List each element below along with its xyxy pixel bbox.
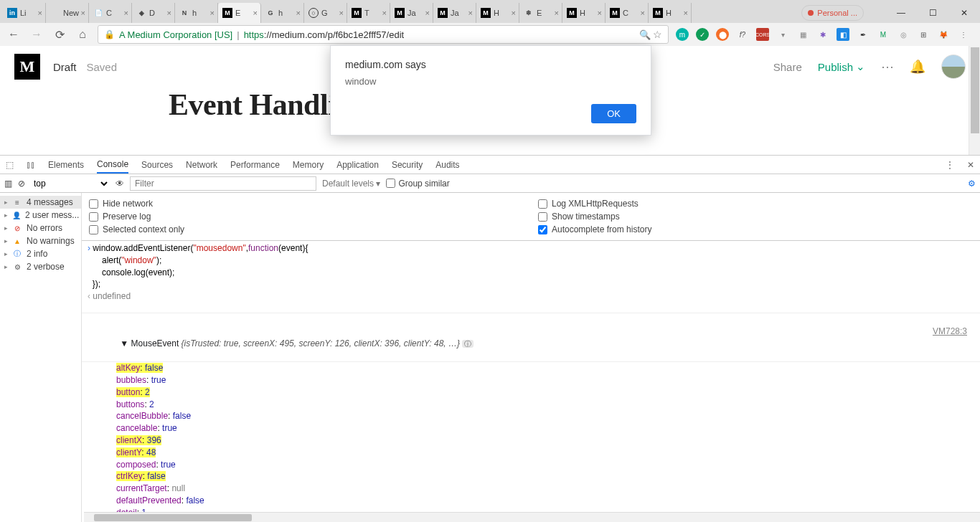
console-setting[interactable]: Log XMLHttpRequests xyxy=(538,197,973,210)
devtools-tab-sources[interactable]: Sources xyxy=(141,157,173,173)
object-property[interactable]: clientY: 48 xyxy=(116,447,980,459)
window-maximize[interactable]: ☐ xyxy=(917,3,948,23)
tab-close-icon[interactable]: × xyxy=(684,9,688,17)
browser-tab[interactable]: MJa× xyxy=(390,3,433,23)
ext-icon[interactable]: ◎ xyxy=(897,28,910,41)
browser-tab[interactable]: inLi× xyxy=(3,3,46,23)
tab-close-icon[interactable]: × xyxy=(210,9,215,17)
live-expression-icon[interactable]: 👁 xyxy=(116,179,124,189)
object-property[interactable]: buttons: 2 xyxy=(116,399,980,411)
object-property[interactable]: defaultPrevented: false xyxy=(116,495,980,507)
ext-icon[interactable]: M xyxy=(877,28,890,41)
devtools-tab-performance[interactable]: Performance xyxy=(230,157,280,173)
devtools-menu-icon[interactable]: ⋮ xyxy=(946,160,954,170)
browser-tab[interactable]: MH× xyxy=(649,3,692,23)
share-link[interactable]: Share xyxy=(773,61,802,73)
devtools-tab-security[interactable]: Security xyxy=(392,157,423,173)
console-settings-icon[interactable]: ⚙ xyxy=(968,179,976,189)
publish-button[interactable]: Publish⌄ xyxy=(818,60,865,73)
object-property[interactable]: button: 2 xyxy=(116,386,980,399)
devtools-tab-network[interactable]: Network xyxy=(186,157,217,173)
console-output[interactable]: window.addEventListener("mousedown",func… xyxy=(82,241,980,522)
tab-close-icon[interactable]: × xyxy=(81,9,85,17)
page-scrollbar[interactable] xyxy=(969,46,980,155)
log-levels-dropdown[interactable]: Default levels ▾ xyxy=(322,179,380,189)
browser-tab[interactable]: Gh× xyxy=(261,3,304,23)
nav-back[interactable]: ← xyxy=(6,27,22,42)
object-property[interactable]: composed: true xyxy=(116,459,980,471)
nav-forward[interactable]: → xyxy=(29,27,44,42)
more-icon[interactable]: ⋯ xyxy=(881,59,894,75)
window-close[interactable]: ✕ xyxy=(948,3,980,23)
browser-tab[interactable]: Nh× xyxy=(175,3,218,23)
chrome-profile-badge[interactable]: Personal ... xyxy=(801,5,864,21)
devtools-tab-console[interactable]: Console xyxy=(97,156,128,174)
ext-icon[interactable]: m xyxy=(676,28,689,41)
ext-icon[interactable]: ▦ xyxy=(796,28,809,41)
console-setting[interactable]: Show timestamps xyxy=(538,210,973,223)
ext-icon[interactable]: ▾ xyxy=(776,28,789,41)
tab-close-icon[interactable]: × xyxy=(425,9,430,17)
browser-tab[interactable]: 📄C× xyxy=(89,3,132,23)
ext-icon[interactable]: ⬤ xyxy=(716,28,729,41)
browser-tab[interactable]: ○G× xyxy=(304,3,347,23)
tab-close-icon[interactable]: × xyxy=(38,9,42,17)
ext-icon[interactable]: CORS xyxy=(756,28,769,41)
nav-reload[interactable]: ⟳ xyxy=(52,27,67,42)
devtools-close-icon[interactable]: ✕ xyxy=(967,160,974,170)
console-setting[interactable]: Preserve log xyxy=(89,210,524,223)
devtools-tab-memory[interactable]: Memory xyxy=(293,157,324,173)
console-setting[interactable]: Autocomplete from history xyxy=(538,223,973,236)
avatar[interactable] xyxy=(941,54,966,79)
devtools-tab-application[interactable]: Application xyxy=(336,157,379,173)
ext-icon[interactable]: ◧ xyxy=(837,28,849,41)
console-filter-input[interactable] xyxy=(130,176,316,191)
url-input[interactable]: 🔒 A Medium Corporation [US] | https://me… xyxy=(98,25,669,44)
devtools-tab-audits[interactable]: Audits xyxy=(435,157,459,173)
tab-close-icon[interactable]: × xyxy=(167,9,171,17)
browser-tab[interactable]: MJa× xyxy=(433,3,476,23)
bookmark-star-icon[interactable]: ☆ xyxy=(653,29,662,40)
tab-close-icon[interactable]: × xyxy=(253,9,258,17)
object-property[interactable]: ctrlKey: false xyxy=(116,470,980,483)
console-filter-row[interactable]: ▸ⓘ2 info xyxy=(0,247,81,260)
info-badge-icon[interactable]: ⓘ xyxy=(462,340,473,348)
group-similar-checkbox[interactable] xyxy=(386,179,395,188)
context-select[interactable]: top xyxy=(31,178,110,189)
medium-logo[interactable]: M xyxy=(14,54,40,80)
nav-home[interactable]: ⌂ xyxy=(75,27,90,42)
ext-icon[interactable]: ⊞ xyxy=(917,28,930,41)
console-setting[interactable]: Hide network xyxy=(89,197,524,210)
browser-tab[interactable]: MH× xyxy=(562,3,606,23)
browser-tab[interactable]: New× xyxy=(46,3,89,23)
inspect-icon[interactable]: ⬚ xyxy=(6,160,14,170)
object-property[interactable]: clientX: 396 xyxy=(116,435,980,447)
console-filter-row[interactable]: ▸⊘No errors xyxy=(0,222,81,234)
source-link[interactable]: VM728:3 xyxy=(933,326,974,338)
alert-ok-button[interactable]: OK xyxy=(591,104,636,123)
browser-tab[interactable]: MH× xyxy=(476,3,519,23)
zoom-icon[interactable]: 🔍 xyxy=(637,27,653,42)
devtools-tab-elements[interactable]: Elements xyxy=(48,157,84,173)
object-property[interactable]: cancelable: true xyxy=(116,422,980,435)
object-property[interactable]: altKey: false xyxy=(116,362,980,374)
object-property[interactable]: bubbles: true xyxy=(116,374,980,386)
clear-console-icon[interactable]: ⊘ xyxy=(18,179,25,189)
object-property[interactable]: cancelBubble: false xyxy=(116,410,980,422)
console-filter-row[interactable]: ▸▲No warnings xyxy=(0,234,81,247)
tab-close-icon[interactable]: × xyxy=(555,9,559,17)
browser-tab[interactable]: ◈D× xyxy=(132,3,175,23)
tab-close-icon[interactable]: × xyxy=(124,9,128,17)
window-minimize[interactable]: — xyxy=(885,3,917,23)
tab-close-icon[interactable]: × xyxy=(598,9,602,17)
console-sidebar-toggle-icon[interactable]: ▥ xyxy=(4,179,12,189)
ext-icon[interactable]: ✒ xyxy=(857,28,870,41)
browser-tab[interactable]: ❄E× xyxy=(519,3,562,23)
device-toggle-icon[interactable]: ⫿⫿ xyxy=(27,160,35,170)
tab-close-icon[interactable]: × xyxy=(468,9,473,17)
browser-tab[interactable]: MC× xyxy=(606,3,649,23)
console-horizontal-scrollbar[interactable] xyxy=(84,512,980,522)
bell-icon[interactable]: 🔔 xyxy=(910,59,925,75)
ext-icon[interactable]: 🦊 xyxy=(937,28,950,41)
tab-close-icon[interactable]: × xyxy=(339,9,344,17)
